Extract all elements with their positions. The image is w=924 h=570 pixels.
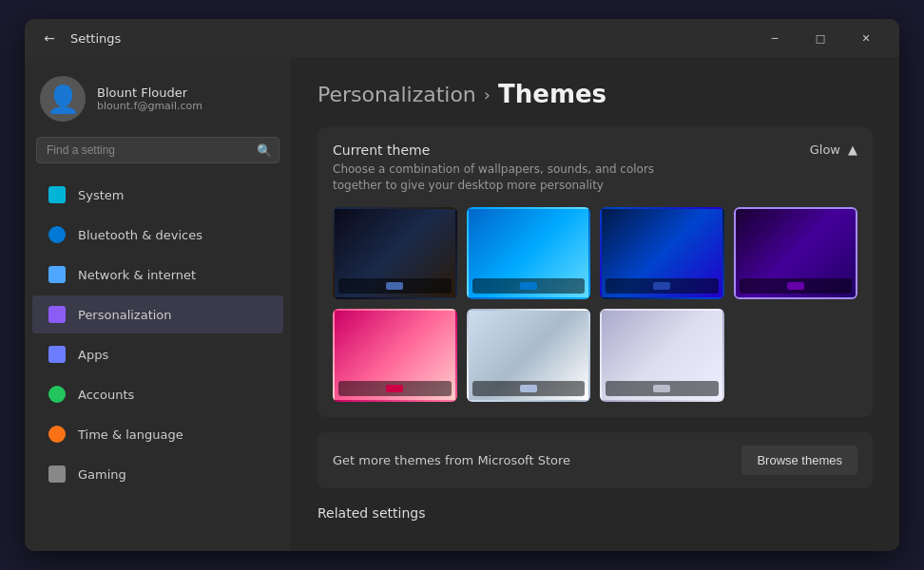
gaming-icon — [48, 465, 67, 484]
search-box: 🔍 — [36, 137, 279, 163]
maximize-button[interactable]: □ — [799, 23, 842, 53]
avatar-icon: 👤 — [47, 84, 80, 115]
theme-thumbnail — [469, 209, 589, 298]
taskbar-dot — [386, 385, 403, 392]
sidebar-item-label: Bluetooth & devices — [78, 228, 202, 242]
sidebar-item-bluetooth[interactable]: Bluetooth & devices — [32, 216, 283, 254]
taskbar-dot — [787, 282, 804, 290]
search-input[interactable] — [36, 137, 279, 163]
page-title: Themes — [498, 80, 606, 108]
browse-themes-bar: Get more themes from Microsoft Store Bro… — [318, 432, 873, 488]
search-icon: 🔍 — [257, 143, 272, 158]
card-header-text: Current theme Choose a combination of wa… — [333, 142, 694, 194]
theme-thumbnail — [602, 209, 722, 298]
time-icon — [48, 425, 67, 444]
store-text: Get more themes from Microsoft Store — [333, 453, 570, 467]
sidebar-item-system[interactable]: System — [32, 176, 283, 214]
sidebar-item-time[interactable]: Time & language — [32, 415, 283, 453]
sidebar-item-label: Network & internet — [78, 268, 196, 282]
taskbar-dot — [653, 282, 670, 290]
theme-thumbnail — [736, 209, 857, 298]
theme-item[interactable] — [333, 309, 457, 402]
breadcrumb-separator: › — [484, 85, 491, 104]
card-header: Current theme Choose a combination of wa… — [333, 142, 857, 194]
accounts-icon — [48, 385, 67, 404]
themes-grid — [333, 207, 857, 403]
sidebar-item-apps[interactable]: Apps — [32, 335, 283, 373]
theme-thumbnail — [602, 311, 722, 400]
apps-icon — [48, 345, 67, 364]
sidebar: 👤 Blount Flouder blount.f@gmail.com 🔍 Sy… — [25, 57, 291, 551]
taskbar-dot — [653, 385, 670, 392]
theme-toggle-action[interactable]: Glow ▲ — [810, 142, 857, 157]
theme-taskbar — [338, 381, 452, 396]
user-name: Blount Flouder — [97, 86, 202, 100]
theme-taskbar — [606, 381, 719, 396]
sidebar-item-label: Time & language — [78, 428, 183, 442]
user-info: Blount Flouder blount.f@gmail.com — [97, 86, 202, 112]
taskbar-dot — [520, 385, 537, 392]
card-description: Choose a combination of wallpapers, soun… — [333, 162, 694, 194]
theme-item-selected[interactable] — [734, 207, 858, 300]
avatar: 👤 — [40, 76, 86, 122]
sidebar-item-label: System — [78, 188, 124, 202]
theme-taskbar — [740, 278, 853, 294]
settings-window: ← Settings ─ □ ✕ 👤 Blount Flouder blount… — [25, 19, 899, 551]
content-area: 👤 Blount Flouder blount.f@gmail.com 🔍 Sy… — [25, 57, 899, 551]
user-section: 👤 Blount Flouder blount.f@gmail.com — [25, 68, 291, 137]
window-controls: ─ □ ✕ — [753, 23, 888, 53]
collapse-icon: ▲ — [848, 142, 857, 157]
theme-taskbar — [606, 278, 719, 294]
sidebar-item-network[interactable]: Network & internet — [32, 256, 283, 294]
related-settings-heading: Related settings — [318, 504, 873, 522]
sidebar-item-label: Accounts — [78, 388, 134, 402]
system-icon — [48, 185, 67, 204]
user-email: blount.f@gmail.com — [97, 100, 202, 112]
theme-item[interactable] — [467, 309, 591, 402]
theme-thumbnail — [335, 209, 455, 298]
related-settings-label: Related settings — [318, 505, 425, 521]
taskbar-dot — [386, 282, 403, 290]
sidebar-item-label: Apps — [78, 348, 108, 362]
breadcrumb: Personalization › Themes — [318, 80, 873, 108]
theme-item[interactable] — [333, 207, 457, 300]
sidebar-item-personalization[interactable]: Personalization — [32, 295, 283, 333]
theme-thumbnail — [335, 311, 455, 400]
sidebar-item-gaming[interactable]: Gaming — [32, 455, 283, 493]
sidebar-item-accounts[interactable]: Accounts — [32, 375, 283, 413]
sidebar-item-label: Gaming — [78, 467, 126, 482]
theme-thumbnail — [469, 311, 589, 400]
network-icon — [48, 265, 67, 284]
theme-taskbar — [338, 278, 452, 294]
window-title: Settings — [70, 31, 753, 46]
bluetooth-icon — [48, 225, 67, 244]
sidebar-item-label: Personalization — [78, 308, 172, 322]
current-theme-card: Current theme Choose a combination of wa… — [318, 127, 873, 417]
back-button[interactable]: ← — [36, 25, 63, 51]
active-theme-label: Glow — [810, 142, 840, 157]
browse-themes-button[interactable]: Browse themes — [741, 446, 857, 475]
taskbar-dot — [520, 282, 537, 290]
main-panel: Personalization › Themes Current theme C… — [291, 57, 899, 551]
personalization-icon — [48, 305, 67, 324]
theme-taskbar — [472, 381, 586, 396]
theme-item[interactable] — [600, 309, 724, 402]
close-button[interactable]: ✕ — [844, 23, 888, 53]
titlebar: ← Settings ─ □ ✕ — [25, 19, 899, 57]
minimize-button[interactable]: ─ — [753, 23, 797, 53]
theme-item[interactable] — [600, 207, 724, 300]
theme-taskbar — [472, 278, 586, 294]
theme-item[interactable] — [467, 207, 591, 300]
card-title: Current theme — [333, 142, 694, 158]
breadcrumb-parent: Personalization — [318, 83, 476, 106]
